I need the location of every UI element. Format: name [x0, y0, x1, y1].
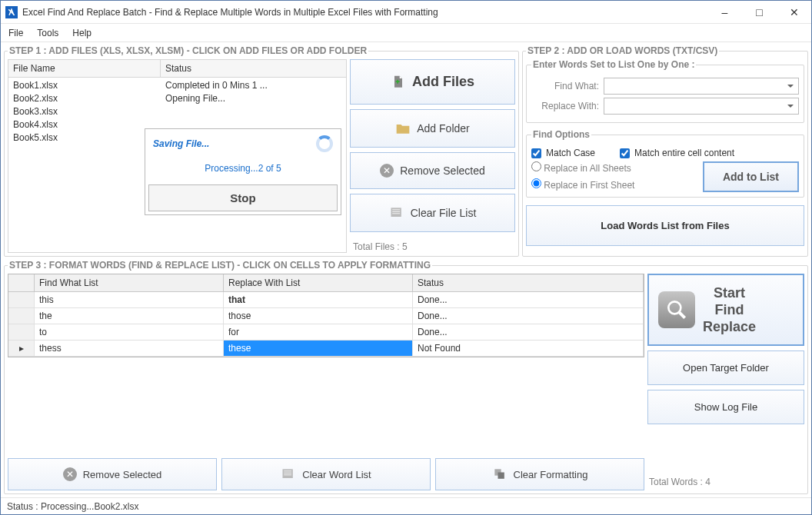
row-selector: ▸ — [8, 341, 35, 356]
grid-row[interactable]: ▸thesstheseNot Found — [8, 341, 644, 357]
enter-words-group: Enter Words Set to List One by One : Fin… — [526, 59, 804, 123]
cell-find[interactable]: to — [35, 324, 224, 340]
file-name: Book3.xlsx — [13, 105, 165, 118]
cell-replace[interactable]: those — [224, 308, 413, 324]
status-text: Status : Processing...Book2.xlsx — [7, 501, 138, 512]
clear-formatting-label: Clear Formatting — [514, 469, 588, 480]
clear-file-list-button[interactable]: Clear File List — [350, 194, 515, 232]
grid-header-selector — [8, 274, 35, 291]
row-selector — [8, 324, 35, 340]
grid-rows: thisthatDone...thethoseDone...toforDone.… — [8, 292, 644, 357]
remove-selected-word-button[interactable]: ✕ Remove Selected — [8, 458, 217, 490]
find-options-group: Find Options Match Case Match entire cel… — [526, 129, 804, 198]
clear-word-list-icon — [281, 467, 296, 482]
cell-replace[interactable]: that — [224, 292, 413, 307]
col-find-what[interactable]: Find What List — [35, 274, 224, 291]
cell-find[interactable]: thess — [35, 341, 224, 356]
replace-with-row: Replace With: — [531, 98, 799, 115]
clear-formatting-button[interactable]: Clear Formatting — [435, 458, 644, 490]
menu-help[interactable]: Help — [72, 28, 92, 38]
file-list-wrap: File Name Status Book1.xlsxCompleted in … — [8, 59, 347, 253]
load-words-button[interactable]: Load Words List from Files — [526, 205, 804, 246]
cell-replace[interactable]: for — [224, 324, 413, 340]
menu-tools[interactable]: Tools — [37, 28, 58, 38]
match-entire-checkbox[interactable] — [620, 148, 630, 158]
svg-rect-1 — [283, 469, 293, 478]
titlebar: Excel Find And Replace Batch - Find & Re… — [1, 1, 811, 24]
progress-dialog: Saving File... Processing...2 of 5 Stop — [145, 128, 341, 215]
clear-word-list-label: Clear Word List — [302, 469, 371, 480]
remove-selected-label: Remove Selected — [400, 164, 485, 177]
radio-col: Replace in All Sheets Replace in First S… — [531, 161, 634, 192]
start-find-replace-button[interactable]: StartFindReplace — [647, 274, 804, 346]
find-what-row: Find What: — [531, 78, 799, 95]
step1-panel: STEP 1 : ADD FILES (XLS, XLSX, XLSM) - C… — [4, 45, 519, 257]
close-button[interactable]: ✕ — [777, 1, 811, 24]
maximize-button[interactable]: □ — [742, 1, 777, 24]
cell-replace[interactable]: these — [224, 341, 413, 356]
remove-icon: ✕ — [380, 164, 394, 178]
step1-legend: STEP 1 : ADD FILES (XLS, XLSX, XLSM) - C… — [8, 45, 368, 56]
menubar: File Tools Help — [1, 24, 811, 42]
minimize-button[interactable]: – — [707, 1, 742, 24]
statusbar: Status : Processing...Book2.xlsx — [1, 497, 811, 514]
svg-rect-0 — [391, 208, 401, 217]
window-controls: – □ ✕ — [707, 1, 811, 24]
cell-find[interactable]: the — [35, 308, 224, 324]
progress-text: Processing...2 of 5 — [148, 155, 338, 184]
window: Excel Find And Replace Batch - Find & Re… — [0, 0, 812, 515]
progress-header: Saving File... — [148, 132, 338, 155]
find-what-combo[interactable] — [604, 78, 799, 95]
svg-rect-3 — [498, 473, 504, 479]
progress-title: Saving File... — [153, 138, 209, 149]
file-status — [165, 105, 341, 118]
file-status: Opening File... — [165, 92, 341, 105]
step2-panel: STEP 2 : ADD OR LOAD WORDS (TXT/CSV) Ent… — [522, 45, 808, 257]
file-row[interactable]: Book1.xlsxCompleted in 0 Mins 1 ... — [8, 79, 346, 92]
grid-row[interactable]: thisthatDone... — [8, 292, 644, 308]
replace-with-combo[interactable] — [604, 98, 799, 115]
cell-find[interactable]: this — [35, 292, 224, 307]
file-row[interactable]: Book3.xlsx — [8, 105, 346, 118]
row-selector — [8, 292, 35, 307]
start-label: StartFindReplace — [703, 284, 756, 335]
grid-row[interactable]: toforDone... — [8, 324, 644, 341]
col-status[interactable]: Status — [413, 274, 644, 291]
col-replace-with[interactable]: Replace With List — [224, 274, 413, 291]
file-name: Book1.xlsx — [13, 79, 165, 92]
file-name: Book4.xlsx — [13, 118, 165, 131]
file-row[interactable]: Book2.xlsxOpening File... — [8, 92, 346, 105]
radio-add-row: Replace in All Sheets Replace in First S… — [531, 161, 799, 192]
stop-button[interactable]: Stop — [148, 184, 338, 211]
col-file-name[interactable]: File Name — [8, 60, 161, 77]
cell-status: Done... — [413, 292, 644, 307]
add-files-button[interactable]: Add Files — [350, 59, 515, 105]
add-folder-button[interactable]: Add Folder — [350, 109, 515, 148]
file-name: Book5.xlsx — [13, 131, 165, 145]
top-row: STEP 1 : ADD FILES (XLS, XLSX, XLSM) - C… — [4, 45, 808, 257]
remove-selected-button[interactable]: ✕ Remove Selected — [350, 152, 515, 189]
grid-header: Find What List Replace With List Status — [8, 274, 644, 292]
menu-file[interactable]: File — [8, 28, 23, 38]
add-to-list-button[interactable]: Add to List — [703, 161, 799, 192]
col-status[interactable]: Status — [161, 60, 346, 77]
add-folder-icon — [395, 121, 411, 136]
magnifier-icon — [658, 291, 695, 328]
match-case-label: Match Case — [546, 148, 595, 158]
open-target-folder-button[interactable]: Open Target Folder — [647, 351, 804, 385]
show-log-file-button[interactable]: Show Log File — [647, 390, 804, 424]
step3-legend: STEP 3 : FORMAT WORDS (FIND & REPLACE LI… — [8, 260, 432, 271]
clear-word-list-button[interactable]: Clear Word List — [221, 458, 431, 490]
radio-first-sheet[interactable]: Replace in First Sheet — [531, 178, 634, 191]
app-icon — [5, 6, 18, 18]
cell-status: Done... — [413, 324, 644, 340]
radio-all-sheets[interactable]: Replace in All Sheets — [531, 161, 634, 174]
find-options-legend: Find Options — [531, 129, 591, 140]
window-title: Excel Find And Replace Batch - Find & Re… — [22, 7, 707, 18]
step3-side-col: StartFindReplace Open Target Folder Show… — [647, 274, 804, 490]
file-status: Completed in 0 Mins 1 ... — [165, 79, 341, 92]
word-grid[interactable]: Find What List Replace With List Status … — [8, 274, 644, 357]
grid-row[interactable]: thethoseDone... — [8, 308, 644, 324]
row-selector — [8, 308, 35, 324]
match-case-checkbox[interactable] — [531, 148, 541, 158]
